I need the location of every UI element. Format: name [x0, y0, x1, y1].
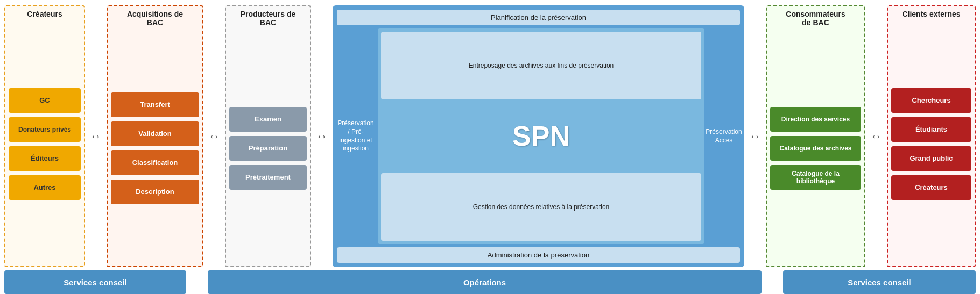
- clients-title: Clients externes: [902, 10, 960, 18]
- spn-label: SPN: [381, 102, 701, 170]
- clients-items: Chercheurs Étudiants Grand public Créate…: [891, 25, 971, 263]
- arrow-producteurs-operations: ↔: [314, 5, 329, 267]
- createurs-column: Créateurs GC Donateurs privés Éditeurs A…: [4, 5, 85, 267]
- acquisitions-item-transfert: Transfert: [111, 92, 199, 117]
- spn-bottom-row: Gestion des données relatives à la prése…: [381, 173, 701, 241]
- createurs-title: Créateurs: [27, 10, 62, 18]
- producteurs-title: Producteurs deBAC: [241, 10, 296, 27]
- createurs-item-donateurs: Donateurs privés: [9, 117, 81, 142]
- consommateurs-items: Direction des services Catalogue des arc…: [770, 33, 861, 263]
- footer-right: Services conseil: [783, 270, 976, 294]
- ops-left-label: Préservation / Pré-ingestion et ingestio…: [337, 28, 375, 244]
- consommateurs-item-catalogue-archives: Catalogue des archives: [770, 136, 861, 161]
- operations-box: Planification de la préservation Préserv…: [333, 5, 744, 267]
- ops-right-label: PréservationAccès: [708, 28, 740, 244]
- arrow-acquisitions-producteurs: ↔: [207, 5, 222, 267]
- footer-left: Services conseil: [4, 270, 186, 294]
- createurs-item-gc: GC: [9, 88, 81, 113]
- consommateurs-item-catalogue-biblio: Catalogue de la bibliothèque: [770, 165, 861, 190]
- footer-center: Opérations: [208, 270, 762, 294]
- producteurs-item-pretraitement: Prétraitement: [229, 165, 307, 190]
- spn-top-row: Entreposage des archives aux fins de pré…: [381, 32, 701, 99]
- acquisitions-item-classification: Classification: [111, 150, 199, 175]
- createurs-item-editeurs: Éditeurs: [9, 146, 81, 171]
- acquisitions-items: Transfert Validation Classification Desc…: [111, 33, 199, 263]
- acquisitions-title: Acquisitions deBAC: [127, 10, 183, 27]
- spn-entreposage: Entreposage des archives aux fins de pré…: [381, 32, 701, 99]
- consommateurs-item-direction: Direction des services: [770, 107, 861, 132]
- arrow-consommateurs-clients: ↔: [869, 5, 884, 267]
- clients-column: Clients externes Chercheurs Étudiants Gr…: [887, 5, 976, 267]
- ops-top-bar: Planification de la préservation: [337, 10, 740, 25]
- producteurs-items: Examen Préparation Prétraitement: [229, 33, 307, 263]
- createurs-items: GC Donateurs privés Éditeurs Autres: [9, 25, 81, 263]
- consommateurs-title: Consommateursde BAC: [786, 10, 845, 27]
- spn-gestion: Gestion des données relatives à la prése…: [381, 173, 701, 241]
- ops-middle: Préservation / Pré-ingestion et ingestio…: [337, 28, 740, 244]
- arrow-createurs-acquisitions: ↔: [88, 5, 103, 267]
- ops-bottom-bar: Administration de la préservation: [337, 247, 740, 263]
- footer: Services conseil Opérations Services con…: [0, 270, 980, 294]
- producteurs-column: Producteurs deBAC Examen Préparation Pré…: [225, 5, 311, 267]
- ops-inner-box: Entreposage des archives aux fins de pré…: [378, 28, 704, 244]
- arrow-operations-consommateurs: ↔: [748, 5, 763, 267]
- consommateurs-column: Consommateursde BAC Direction des servic…: [766, 5, 865, 267]
- operations-column: Planification de la préservation Préserv…: [333, 5, 744, 267]
- clients-item-chercheurs: Chercheurs: [891, 88, 971, 113]
- spn-middle-row: SPN: [381, 102, 701, 170]
- acquisitions-column: Acquisitions deBAC Transfert Validation …: [107, 5, 203, 267]
- acquisitions-item-validation: Validation: [111, 121, 199, 146]
- producteurs-item-preparation: Préparation: [229, 136, 307, 161]
- clients-item-createurs: Créateurs: [891, 175, 971, 200]
- acquisitions-item-description: Description: [111, 180, 199, 204]
- clients-item-grand-public: Grand public: [891, 146, 971, 171]
- producteurs-item-examen: Examen: [229, 107, 307, 132]
- clients-item-etudiants: Étudiants: [891, 117, 971, 142]
- createurs-item-autres: Autres: [9, 175, 81, 200]
